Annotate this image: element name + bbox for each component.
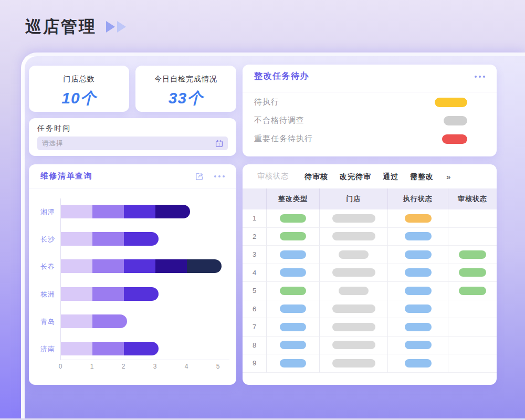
tabs-more-button[interactable]: » [446,172,450,181]
main-panel: 门店总数 10个 今日自检完成情况 33个 任务时间 请选择 1 维修清单查询 [21,52,525,418]
review-status-cell [448,337,497,355]
chart-x-tick: 5 [210,363,226,370]
exec-status-cell-pill [405,214,432,223]
chart-category-label: 长沙 [29,235,55,244]
tab-改完待审[interactable]: 改完待审 [340,172,371,181]
store-cell-pill [339,287,369,295]
review-status-cell-pill [459,250,486,259]
more-icon[interactable] [475,76,485,78]
chart-category-label: 株洲 [29,290,55,299]
table-row[interactable]: 1 [243,209,497,228]
exec-status-cell-pill [405,359,432,368]
todo-item[interactable]: 待执行 [243,93,497,111]
table-row[interactable]: 6 [243,300,497,319]
store-cell [320,354,388,373]
tab-待审核[interactable]: 待审核 [304,172,328,181]
calendar-icon[interactable]: 1 [215,140,223,148]
table-row[interactable]: 7 [243,318,497,337]
type-cell [267,337,320,355]
stat-card-total-stores: 门店总数 10个 [29,66,129,112]
chart-segment [61,205,92,218]
exec-status-cell [388,209,448,228]
stat-value: 10个 [29,88,129,109]
table-header-index [243,188,267,209]
task-time-date-input[interactable]: 请选择 1 [37,136,228,150]
todo-item-label: 不合格待调查 [254,116,304,125]
review-status-cell [448,209,497,228]
tab-需整改[interactable]: 需整改 [410,172,434,181]
exec-status-cell [388,300,448,319]
table-row[interactable]: 2 [243,228,497,246]
type-cell-pill [280,268,306,277]
chart-bar-株洲 [61,287,159,301]
play-triangle-icon [106,21,115,33]
review-status-cell [448,318,497,337]
svg-text:1: 1 [218,142,220,146]
more-icon[interactable] [214,175,225,177]
chart-x-axis [60,360,229,360]
todo-list: 待执行不合格待调查重要任务待执行 [243,93,497,148]
stat-label: 今日自检完成情况 [135,75,236,84]
todo-item[interactable]: 重要任务待执行 [243,130,497,148]
tab-通过[interactable]: 通过 [383,172,398,181]
export-icon[interactable] [194,171,205,182]
stat-card-self-check: 今日自检完成情况 33个 [135,66,236,112]
table-row[interactable]: 3 [243,246,497,264]
chart-segment [92,287,124,301]
store-cell-pill [332,214,375,223]
store-cell [320,264,388,282]
type-cell [267,228,320,246]
chart-segment [187,259,222,273]
chart-category-label: 长春 [29,262,55,271]
todo-status-pill [442,134,467,144]
store-cell [320,337,388,355]
type-cell [267,354,320,373]
store-cell-pill [339,250,369,259]
store-cell [320,300,388,319]
exec-status-cell [388,246,448,264]
review-status-cell [448,264,497,282]
type-cell-pill [280,323,306,331]
type-cell-pill [280,214,306,223]
type-cell-pill [280,304,306,313]
type-cell-pill [280,359,306,368]
chart-bar-湘潭 [61,205,190,218]
table-row[interactable]: 8 [243,337,497,355]
row-number: 6 [243,300,267,319]
stat-label: 门店总数 [29,75,129,84]
store-cell-pill [332,232,375,240]
review-status-cell [448,228,497,246]
repair-list-card: 维修清单查询 湘潭长沙长春株洲青岛济南012345 [29,164,236,385]
review-status-cell [448,354,497,373]
store-cell [320,209,388,228]
chart-segment [155,205,190,218]
table-row[interactable]: 4 [243,264,497,282]
todo-status-pill [444,116,467,125]
chart-x-tick: 4 [178,363,194,370]
store-cell-pill [332,268,375,277]
chart-segment [92,259,124,273]
exec-status-cell [388,228,448,246]
stat-value: 33个 [135,88,236,109]
type-cell-pill [280,232,306,240]
chart-segment [124,287,159,301]
exec-status-cell-pill [405,323,432,331]
todo-item[interactable]: 不合格待调查 [243,111,497,130]
exec-status-cell-pill [405,232,432,240]
chart-segment [92,232,124,246]
chart-segment [61,259,92,273]
type-cell [267,209,320,228]
chart-segment [61,314,92,328]
exec-status-cell [388,282,448,300]
chart-bar-长春 [61,259,222,273]
task-time-card: 任务时间 请选择 1 [29,118,236,156]
chart-segment [61,342,92,355]
page-title: 巡店管理 [25,16,97,38]
chart-category-label: 济南 [29,344,55,354]
chart-x-tick: 3 [147,363,163,370]
chart-segment [92,205,124,218]
row-number: 3 [243,246,267,264]
table-row[interactable]: 5 [243,282,497,300]
store-cell [320,318,388,337]
table-row[interactable]: 9 [243,354,497,373]
